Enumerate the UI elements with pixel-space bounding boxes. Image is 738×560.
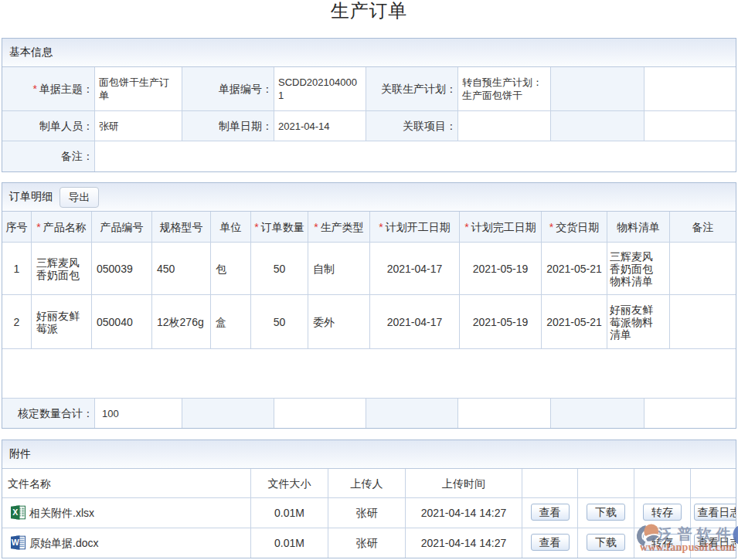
svg-text:W: W [12, 538, 19, 547]
svg-text:X: X [12, 507, 18, 517]
